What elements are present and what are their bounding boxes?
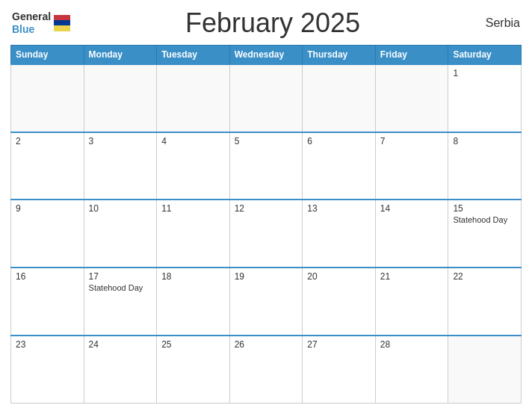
- logo: General Blue: [12, 10, 70, 36]
- day-number: 10: [89, 203, 152, 214]
- day-number: 16: [16, 271, 79, 282]
- calendar-cell: 13: [303, 200, 376, 268]
- calendar-cell: 7: [375, 132, 448, 200]
- calendar-cell: 21: [375, 268, 448, 336]
- calendar-cell: 24: [84, 336, 157, 404]
- logo-blue-text: Blue: [12, 23, 51, 36]
- day-number: 25: [161, 339, 225, 350]
- day-number: 26: [235, 339, 298, 350]
- calendar-header: General Blue February 2025 Serbia: [10, 7, 522, 39]
- calendar-cell: 19: [229, 268, 303, 336]
- calendar-cell: 4: [157, 132, 230, 200]
- calendar-cell: [229, 64, 303, 132]
- calendar-cell: [11, 64, 84, 132]
- calendar-cell: 6: [303, 132, 376, 200]
- calendar-cell: [303, 64, 376, 132]
- col-monday: Monday: [84, 46, 157, 65]
- day-number: 2: [16, 136, 79, 146]
- col-thursday: Thursday: [303, 46, 376, 65]
- week-row-4: 232425262728: [11, 336, 522, 404]
- calendar-cell: 9: [11, 200, 84, 268]
- day-event: Statehood Day: [453, 215, 516, 224]
- col-sunday: Sunday: [11, 46, 84, 65]
- calendar-cell: 17Statehood Day: [84, 268, 157, 336]
- calendar-cell: 8: [448, 132, 522, 200]
- country-label: Serbia: [475, 16, 520, 30]
- day-headers-row: Sunday Monday Tuesday Wednesday Thursday…: [11, 46, 522, 65]
- calendar-cell: [84, 64, 157, 132]
- col-friday: Friday: [375, 46, 448, 65]
- week-row-3: 1617Statehood Day1819202122: [11, 268, 522, 336]
- col-saturday: Saturday: [448, 46, 522, 65]
- day-number: 15: [453, 203, 516, 214]
- calendar-cell: 1: [448, 64, 522, 132]
- calendar-cell: 26: [229, 336, 303, 404]
- svg-rect-2: [54, 25, 70, 31]
- logo-flag-icon: [54, 15, 70, 31]
- day-number: 12: [235, 203, 298, 214]
- calendar-table: Sunday Monday Tuesday Wednesday Thursday…: [10, 45, 522, 404]
- day-number: 9: [16, 203, 79, 214]
- calendar-cell: 10: [84, 200, 157, 268]
- calendar-cell: 27: [303, 336, 376, 404]
- calendar-cell: 28: [375, 336, 448, 404]
- day-number: 19: [235, 271, 298, 282]
- day-number: 21: [380, 271, 444, 282]
- calendar-cell: [157, 64, 230, 132]
- col-wednesday: Wednesday: [229, 46, 303, 65]
- calendar-cell: 2: [11, 132, 84, 200]
- calendar-cell: 15Statehood Day: [448, 200, 522, 268]
- day-number: 23: [16, 339, 79, 350]
- day-number: 1: [453, 68, 516, 78]
- day-number: 13: [307, 203, 371, 214]
- calendar-cell: 22: [448, 268, 522, 336]
- day-number: 11: [161, 203, 225, 214]
- week-row-0: 1: [11, 64, 522, 132]
- svg-rect-1: [54, 20, 70, 25]
- calendar-cell: 11: [157, 200, 230, 268]
- calendar-cell: 5: [229, 132, 303, 200]
- day-number: 5: [235, 136, 298, 146]
- logo-general-text: General: [12, 10, 51, 23]
- day-number: 18: [161, 271, 225, 282]
- calendar-cell: 20: [303, 268, 376, 336]
- day-number: 20: [307, 271, 371, 282]
- calendar-container: General Blue February 2025 Serbia Sunday…: [0, 0, 532, 411]
- month-title: February 2025: [70, 7, 475, 39]
- day-number: 24: [89, 339, 152, 350]
- week-row-2: 9101112131415Statehood Day: [11, 200, 522, 268]
- calendar-cell: 3: [84, 132, 157, 200]
- day-number: 8: [453, 136, 516, 146]
- week-row-1: 2345678: [11, 132, 522, 200]
- day-number: 7: [380, 136, 444, 146]
- day-number: 17: [89, 271, 152, 282]
- calendar-cell: 18: [157, 268, 230, 336]
- col-tuesday: Tuesday: [157, 46, 230, 65]
- day-number: 4: [161, 136, 225, 146]
- calendar-cell: 16: [11, 268, 84, 336]
- day-number: 28: [380, 339, 444, 350]
- day-event: Statehood Day: [89, 283, 152, 292]
- svg-rect-0: [54, 15, 70, 20]
- day-number: 22: [453, 271, 516, 282]
- day-number: 6: [307, 136, 371, 146]
- day-number: 3: [89, 136, 152, 146]
- calendar-cell: 12: [229, 200, 303, 268]
- calendar-cell: [375, 64, 448, 132]
- calendar-cell: [448, 336, 522, 404]
- day-number: 14: [380, 203, 444, 214]
- calendar-cell: 25: [157, 336, 230, 404]
- calendar-cell: 23: [11, 336, 84, 404]
- day-number: 27: [307, 339, 371, 350]
- calendar-cell: 14: [375, 200, 448, 268]
